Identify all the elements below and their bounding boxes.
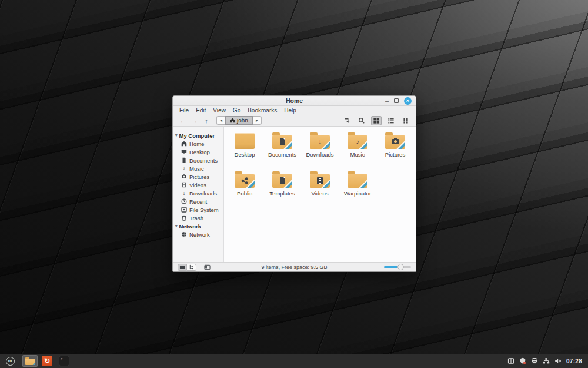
menu-view[interactable]: View — [209, 107, 229, 114]
folder-icon — [272, 171, 292, 188]
collapse-triangle-icon[interactable]: ▾ — [175, 133, 178, 138]
sidebar-item-music[interactable]: ♪ Music — [173, 164, 223, 173]
compact-view-button[interactable] — [400, 116, 411, 125]
file-manager-window: Home – × File Edit View Go Bookmarks Hel… — [172, 95, 416, 272]
monitor-icon — [181, 149, 187, 155]
sidebar-section-my-computer[interactable]: ▾ My Computer — [173, 131, 223, 140]
maximize-button[interactable] — [394, 98, 399, 103]
home-icon — [181, 141, 187, 147]
emblem-share-icon — [241, 177, 248, 184]
trash-icon — [181, 215, 187, 221]
folder-documents[interactable]: Documents — [263, 131, 301, 170]
sidebar-item-home[interactable]: Home — [173, 140, 223, 148]
folder-grid: Desktop Documents ↓ Downloads — [224, 127, 416, 262]
list-view-button[interactable] — [386, 116, 396, 125]
emblem-document-icon — [280, 138, 285, 145]
sidebar-item-network[interactable]: Network — [173, 230, 223, 238]
folder-stripe — [359, 181, 368, 188]
emblem-music-icon: ♪ — [356, 138, 359, 145]
close-button[interactable]: × — [404, 97, 412, 105]
mint-logo-icon: m — [6, 357, 15, 366]
folder-public[interactable]: Public — [226, 170, 263, 209]
sidebar-item-downloads[interactable]: ↓ Downloads — [173, 189, 223, 197]
sidebar-item-documents[interactable]: Documents — [173, 156, 223, 164]
sidebar-section-network[interactable]: ▾ Network — [173, 222, 223, 230]
statusbar: 9 items, Free space: 9.5 GB — [173, 262, 416, 271]
taskbar-app-terminal[interactable]: >_ — [56, 355, 72, 367]
input-method-icon[interactable] — [507, 357, 514, 364]
up-icon[interactable]: ↑ — [201, 117, 212, 124]
folder-icon — [272, 132, 292, 149]
minimize-button[interactable]: – — [385, 98, 389, 104]
folder-templates[interactable]: Templates — [263, 170, 301, 209]
collapse-triangle-icon[interactable]: ▾ — [175, 224, 178, 228]
sidebar-item-videos[interactable]: Videos — [173, 181, 223, 189]
music-note-icon: ♪ — [181, 165, 187, 171]
folder-icon — [385, 132, 405, 149]
network-icon[interactable] — [543, 357, 550, 364]
home-icon — [230, 118, 235, 123]
orange-app-icon: ↻ — [42, 356, 52, 366]
menu-help[interactable]: Help — [280, 107, 300, 114]
document-icon — [181, 157, 187, 163]
slider-handle[interactable] — [397, 264, 404, 270]
folder-icon — [235, 171, 255, 188]
taskbar-app-orange[interactable]: ↻ — [39, 355, 55, 367]
folder-warpinator[interactable]: Warpinator — [339, 170, 376, 209]
menu-button[interactable]: m — [2, 354, 18, 368]
toolbar: ← → ↑ ◂ john ▸ — [173, 115, 416, 127]
clock[interactable]: 07:28 — [566, 358, 582, 364]
sidebar: ▾ My Computer Home Desktop Documents ♪ — [173, 127, 224, 262]
zoom-slider[interactable] — [384, 264, 411, 270]
toolbar-right — [342, 116, 411, 125]
menubar: File Edit View Go Bookmarks Help — [173, 106, 416, 115]
menu-file[interactable]: File — [176, 107, 192, 114]
sidebar-item-file-system[interactable]: File System — [173, 205, 223, 214]
icon-view-button[interactable] — [371, 116, 382, 125]
taskbar: m ↻ >_ 07:28 — [0, 354, 588, 368]
sidebar-item-recent[interactable]: Recent — [173, 197, 223, 205]
volume-icon[interactable] — [554, 357, 562, 364]
menu-bookmarks[interactable]: Bookmarks — [244, 107, 280, 114]
sidebar-item-pictures[interactable]: Pictures — [173, 173, 223, 181]
window-controls: – × — [385, 97, 416, 105]
folder-icon: ↓ — [310, 132, 330, 149]
folder-downloads[interactable]: ↓ Downloads — [301, 131, 339, 170]
folder-icon — [235, 132, 255, 149]
menu-edit[interactable]: Edit — [192, 107, 209, 114]
breadcrumb-right-icon[interactable]: ▸ — [253, 116, 262, 125]
clock-icon — [181, 198, 187, 204]
file-manager-icon — [25, 357, 35, 365]
globe-icon — [181, 231, 187, 237]
folder-videos[interactable]: Videos — [301, 170, 339, 209]
desktop-background: Home – × File Edit View Go Bookmarks Hel… — [0, 0, 588, 368]
folder-music[interactable]: ♪ Music — [339, 131, 376, 170]
folder-icon — [310, 171, 330, 188]
toggle-location-entry-icon[interactable] — [342, 116, 352, 125]
status-text: 9 items, Free space: 9.5 GB — [173, 264, 416, 270]
film-icon — [181, 182, 187, 188]
breadcrumb-label: john — [237, 117, 248, 124]
titlebar[interactable]: Home – × — [173, 96, 416, 106]
back-icon[interactable]: ← — [178, 117, 188, 124]
update-shield-icon[interactable] — [519, 357, 526, 364]
folder-desktop[interactable]: Desktop — [226, 131, 263, 170]
emblem-download-icon: ↓ — [318, 138, 322, 145]
sidebar-item-trash[interactable]: Trash — [173, 214, 223, 222]
window-title: Home — [173, 97, 416, 104]
terminal-icon: >_ — [59, 356, 69, 366]
emblem-document-icon — [280, 177, 285, 184]
camera-icon — [181, 174, 187, 180]
slider-fill — [384, 266, 399, 268]
forward-icon[interactable]: → — [189, 117, 200, 124]
breadcrumb: ◂ john ▸ — [216, 116, 262, 125]
search-icon[interactable] — [356, 116, 367, 125]
folder-pictures[interactable]: Pictures — [376, 131, 414, 170]
taskbar-window-files[interactable] — [22, 355, 38, 367]
menu-go[interactable]: Go — [229, 107, 244, 114]
printer-icon[interactable] — [531, 357, 538, 364]
sidebar-item-desktop[interactable]: Desktop — [173, 148, 223, 156]
breadcrumb-left-icon[interactable]: ◂ — [216, 116, 225, 125]
breadcrumb-current[interactable]: john — [225, 116, 253, 125]
emblem-film-icon — [317, 177, 323, 184]
